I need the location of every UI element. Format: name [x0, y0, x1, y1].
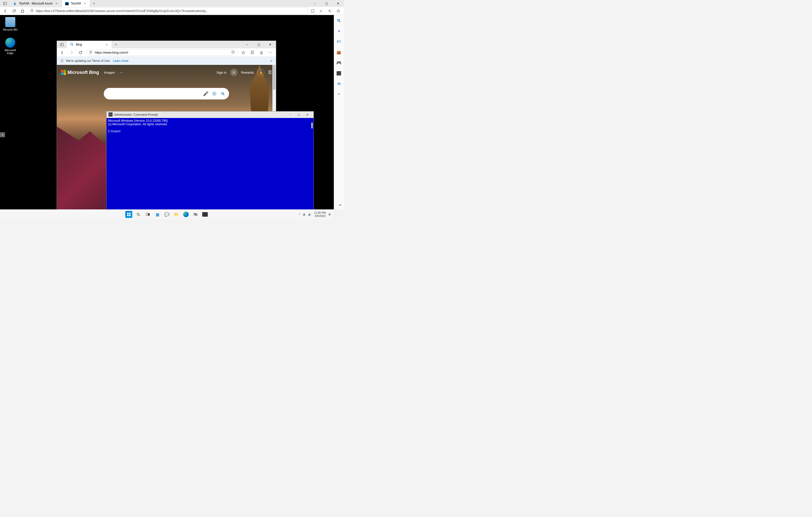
avatar-icon[interactable] [230, 69, 238, 76]
refresh-button[interactable] [10, 7, 18, 14]
inner-profile-icon[interactable] [258, 49, 265, 56]
svg-rect-4 [31, 10, 33, 12]
inner-favorites-icon[interactable] [240, 49, 247, 56]
add-sidebar-icon[interactable]: + [336, 91, 342, 97]
file-explorer-icon[interactable]: 📁 [173, 211, 180, 218]
svg-line-13 [339, 21, 340, 22]
clock-date: 8/5/2022 [314, 214, 326, 218]
edge-desktop-icon[interactable]: Microsoft Edge [1, 37, 19, 55]
close-button[interactable]: ✕ [332, 0, 344, 7]
sidebar-toggle-icon[interactable]: ⇥ [338, 203, 341, 207]
rewards-link[interactable]: Rewards [241, 71, 254, 74]
svg-line-17 [72, 45, 73, 45]
bastion-expand-handle[interactable]: » [0, 132, 5, 137]
inner-refresh[interactable] [77, 49, 84, 56]
svg-point-23 [233, 71, 235, 73]
terminal-taskbar-icon[interactable] [202, 211, 208, 218]
cmd-titlebar[interactable]: C:\ Administrator: Command Prompt − ▢ ✕ [107, 112, 314, 118]
cmd-body[interactable]: Microsoft Windows [Version 10.0.22000.79… [107, 118, 314, 219]
outlook-icon[interactable]: ✉ [336, 81, 342, 87]
recycle-bin-icon[interactable]: Recycle Bin [1, 17, 19, 31]
minimize-button[interactable]: − [309, 0, 321, 7]
svg-point-24 [222, 92, 224, 94]
inner-close[interactable]: ✕ [264, 41, 276, 48]
taskbar-clock[interactable]: 11:06 PM 8/5/2022 [314, 211, 326, 218]
widgets-icon[interactable]: ▦ [154, 211, 161, 218]
inner-tab-bing[interactable]: Bing × [67, 41, 112, 48]
svg-rect-14 [60, 43, 63, 46]
task-view-icon[interactable] [144, 211, 151, 218]
store-icon[interactable]: 🛍 [192, 211, 199, 218]
cmd-close[interactable]: ✕ [303, 112, 312, 118]
cmd-line1: Microsoft Windows [Version 10.0.22000.79… [108, 119, 167, 122]
voice-search-icon[interactable]: 🎤 [203, 90, 209, 97]
scrollbar-thumb[interactable] [273, 65, 276, 90]
network-icon[interactable]: 🖧 [303, 213, 306, 216]
inner-favorite-icon[interactable] [231, 50, 235, 55]
lock-icon [89, 50, 93, 55]
shopping-tag-icon[interactable]: 🏷 [336, 38, 342, 44]
favorite-icon[interactable] [335, 7, 342, 14]
inner-tab-close[interactable]: × [105, 42, 109, 47]
read-aloud-icon[interactable]: A⁾⁾ [318, 7, 325, 14]
image-search-icon[interactable]: ⦿ [211, 90, 218, 97]
learn-more-link[interactable]: Learn more [113, 59, 128, 63]
games-icon[interactable]: 🎮 [336, 60, 342, 66]
cmd-scroll-thumb[interactable] [311, 122, 313, 128]
home-button[interactable] [19, 7, 26, 14]
inner-tab-actions[interactable] [57, 41, 67, 48]
bing-search-icon [70, 42, 74, 47]
inner-new-tab[interactable]: + [112, 41, 120, 48]
search-submit-icon[interactable] [220, 90, 226, 97]
inner-address-bar[interactable]: https://www.bing.com/# [86, 49, 238, 56]
sparkle-icon[interactable]: ✦ [336, 28, 342, 34]
inner-titlebar: Bing × + − ▢ ✕ [57, 41, 276, 48]
inner-url: https://www.bing.com/# [95, 51, 128, 54]
new-tab-button[interactable]: + [90, 0, 98, 7]
bastion-viewport[interactable]: Recycle Bin Microsoft Edge » Bing × + − … [0, 15, 334, 209]
bing-search-box[interactable]: 🎤 ⦿ [104, 88, 229, 99]
outer-browser-titlebar: TestVM - Microsoft Azure × TestVM × + − … [0, 0, 344, 7]
search-icon[interactable] [336, 18, 342, 24]
rewards-icon[interactable]: 🏅 [257, 69, 264, 76]
inner-minimize[interactable]: − [241, 41, 253, 48]
address-bar[interactable]: https://bst-c375b4cb-e48d-b6ba3dc52fbf.b… [28, 7, 308, 14]
tray-chevron-icon[interactable]: ^ [299, 213, 300, 216]
svg-line-9 [330, 11, 331, 12]
cmd-maximize[interactable]: ▢ [294, 112, 303, 118]
settings-gear-icon[interactable]: ⚙ [328, 213, 331, 216]
tab-azure[interactable]: TestVM - Microsoft Azure × [10, 0, 62, 7]
back-button[interactable] [2, 7, 9, 14]
inner-back[interactable] [59, 49, 66, 56]
more-menu[interactable]: ⋯ [120, 71, 123, 74]
icon-label: Recycle Bin [1, 28, 19, 31]
remote-taskbar: ▦ 💬 📁 🛍 ^ 🖧 🔊 11:06 PM 8/5/2022 ⚙ [0, 209, 334, 219]
tab-close-button[interactable]: × [54, 1, 58, 6]
tab-close-button[interactable]: × [83, 1, 87, 6]
app-available-icon[interactable] [309, 7, 316, 14]
inner-menu-icon[interactable]: ⋯ [267, 49, 274, 56]
info-close-button[interactable]: × [270, 59, 272, 63]
maximize-button[interactable]: ▢ [321, 0, 332, 7]
sound-icon[interactable]: 🔊 [308, 213, 312, 216]
inner-maximize[interactable]: ▢ [253, 41, 264, 48]
inner-toolbar: https://www.bing.com/# ⋯ [57, 48, 276, 57]
start-button[interactable] [125, 211, 132, 218]
svg-rect-28 [127, 213, 128, 214]
inner-collections-icon[interactable] [249, 49, 256, 56]
hamburger-icon[interactable]: ☰ [268, 70, 272, 75]
signin-link[interactable]: Sign in [216, 71, 227, 74]
edge-taskbar-icon[interactable] [182, 211, 190, 218]
zoom-icon[interactable] [326, 7, 333, 14]
search-taskbar-icon[interactable] [135, 211, 142, 218]
cmd-minimize[interactable]: − [286, 112, 294, 118]
search-input[interactable] [107, 92, 201, 96]
tab-actions-button[interactable] [0, 0, 10, 7]
office-icon[interactable]: ⬛ [336, 70, 342, 76]
wallet-icon[interactable]: 👜 [336, 49, 342, 55]
images-link[interactable]: Images [104, 71, 115, 74]
cmd-scrollbar[interactable] [311, 118, 314, 219]
chat-icon[interactable]: 💬 [164, 211, 170, 218]
tab-testvm[interactable]: TestVM × [62, 0, 90, 7]
bing-logo[interactable]: Microsoft Bing [61, 70, 99, 75]
